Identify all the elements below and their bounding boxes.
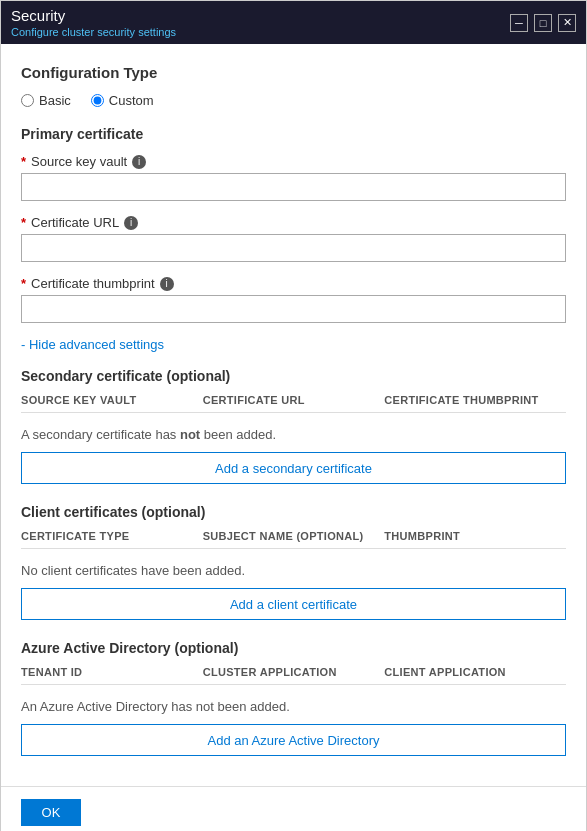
- maximize-button[interactable]: □: [534, 14, 552, 32]
- secondary-cert-title: Secondary certificate (optional): [21, 368, 566, 384]
- certificate-thumbprint-label: * Certificate thumbprint i: [21, 276, 566, 291]
- secondary-col-3: CERTIFICATE THUMBPRINT: [384, 394, 566, 406]
- config-type-title: Configuration Type: [21, 64, 566, 81]
- secondary-cert-header: SOURCE KEY VAULT CERTIFICATE URL CERTIFI…: [21, 394, 566, 413]
- minimize-button[interactable]: ─: [510, 14, 528, 32]
- client-col-2: SUBJECT NAME (OPTIONAL): [203, 530, 385, 542]
- main-window: Security Configure cluster security sett…: [0, 0, 587, 831]
- title-bar-left: Security Configure cluster security sett…: [11, 7, 176, 38]
- custom-radio-label: Custom: [109, 93, 154, 108]
- aad-title: Azure Active Directory (optional): [21, 640, 566, 656]
- aad-col-3: CLIENT APPLICATION: [384, 666, 566, 678]
- custom-radio-option[interactable]: Custom: [91, 93, 154, 108]
- source-key-vault-field: * Source key vault i: [21, 154, 566, 201]
- certificate-url-field: * Certificate URL i: [21, 215, 566, 262]
- client-cert-empty-message: No client certificates have been added.: [21, 555, 566, 588]
- source-key-vault-text: Source key vault: [31, 154, 127, 169]
- certificate-url-info-icon[interactable]: i: [124, 216, 138, 230]
- source-key-vault-label: * Source key vault i: [21, 154, 566, 169]
- add-client-cert-button[interactable]: Add a client certificate: [21, 588, 566, 620]
- certificate-url-input[interactable]: [21, 234, 566, 262]
- add-aad-button[interactable]: Add an Azure Active Directory: [21, 724, 566, 756]
- ok-button[interactable]: OK: [21, 799, 81, 826]
- source-key-vault-info-icon[interactable]: i: [132, 155, 146, 169]
- window-title: Security: [11, 7, 176, 24]
- certificate-thumbprint-text: Certificate thumbprint: [31, 276, 155, 291]
- secondary-col-1: SOURCE KEY VAULT: [21, 394, 203, 406]
- source-key-vault-input[interactable]: [21, 173, 566, 201]
- aad-section: Azure Active Directory (optional) TENANT…: [21, 640, 566, 756]
- basic-radio-label: Basic: [39, 93, 71, 108]
- basic-radio-option[interactable]: Basic: [21, 93, 71, 108]
- custom-radio[interactable]: [91, 94, 104, 107]
- title-bar: Security Configure cluster security sett…: [1, 1, 586, 44]
- aad-col-1: TENANT ID: [21, 666, 203, 678]
- certificate-thumbprint-info-icon[interactable]: i: [160, 277, 174, 291]
- title-bar-controls: ─ □ ✕: [510, 14, 576, 32]
- certificate-thumbprint-required: *: [21, 276, 26, 291]
- hide-advanced-settings-toggle[interactable]: - Hide advanced settings: [21, 337, 164, 352]
- certificate-url-required: *: [21, 215, 26, 230]
- client-cert-header: CERTIFICATE TYPE SUBJECT NAME (OPTIONAL)…: [21, 530, 566, 549]
- client-col-3: THUMBPRINT: [384, 530, 566, 542]
- aad-col-2: CLUSTER APPLICATION: [203, 666, 385, 678]
- secondary-col-2: CERTIFICATE URL: [203, 394, 385, 406]
- footer: OK: [1, 786, 586, 831]
- add-secondary-cert-button[interactable]: Add a secondary certificate: [21, 452, 566, 484]
- certificate-url-label: * Certificate URL i: [21, 215, 566, 230]
- content-area: Configuration Type Basic Custom Primary …: [1, 44, 586, 786]
- source-key-vault-required: *: [21, 154, 26, 169]
- aad-empty-message: An Azure Active Directory has not been a…: [21, 691, 566, 724]
- certificate-url-text: Certificate URL: [31, 215, 119, 230]
- close-button[interactable]: ✕: [558, 14, 576, 32]
- client-col-1: CERTIFICATE TYPE: [21, 530, 203, 542]
- client-cert-title: Client certificates (optional): [21, 504, 566, 520]
- certificate-thumbprint-input[interactable]: [21, 295, 566, 323]
- config-type-row: Basic Custom: [21, 93, 566, 108]
- aad-header: TENANT ID CLUSTER APPLICATION CLIENT APP…: [21, 666, 566, 685]
- secondary-cert-empty-message: A secondary certificate has not been add…: [21, 419, 566, 452]
- window-subtitle: Configure cluster security settings: [11, 26, 176, 38]
- secondary-cert-section: Secondary certificate (optional) SOURCE …: [21, 368, 566, 484]
- certificate-thumbprint-field: * Certificate thumbprint i: [21, 276, 566, 323]
- basic-radio[interactable]: [21, 94, 34, 107]
- client-cert-section: Client certificates (optional) CERTIFICA…: [21, 504, 566, 620]
- primary-cert-title: Primary certificate: [21, 126, 566, 142]
